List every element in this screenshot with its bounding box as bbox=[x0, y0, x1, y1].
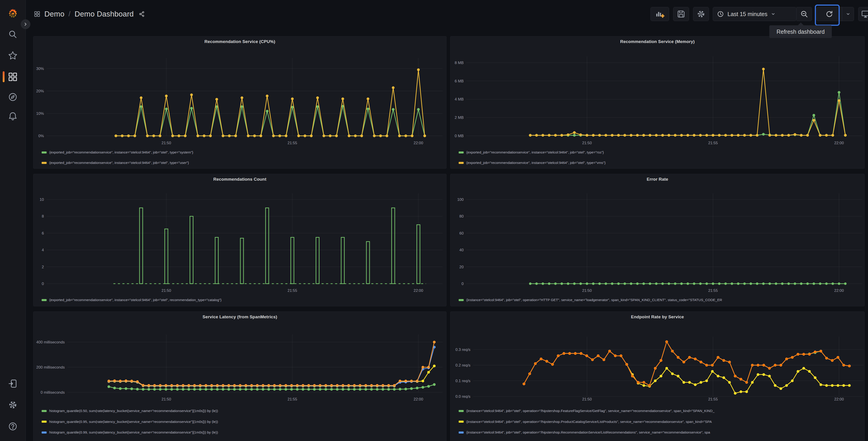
time-range-label: Last 15 minutes bbox=[727, 11, 768, 18]
legend-label: {exported_job="recommendationservice", i… bbox=[49, 150, 193, 154]
share-icon[interactable] bbox=[139, 11, 145, 17]
grafana-logo[interactable] bbox=[7, 8, 18, 19]
legend-label: {instance="otelcol:9464", job="otel", op… bbox=[466, 420, 712, 424]
legend-item[interactable]: {instance="otelcol:9464", job="otel", op… bbox=[459, 407, 861, 415]
sidebar-item-dashboards[interactable] bbox=[0, 66, 26, 87]
refresh-icon bbox=[825, 10, 834, 18]
active-indicator bbox=[3, 71, 4, 82]
legend-chip bbox=[459, 432, 464, 434]
legend-chip bbox=[42, 299, 46, 301]
legend-item[interactable]: {instance="otelcol:9464", job="otel", op… bbox=[459, 439, 861, 441]
svg-text:21:50: 21:50 bbox=[582, 141, 592, 145]
svg-text:0.3 req/s: 0.3 req/s bbox=[456, 348, 470, 352]
gear-icon bbox=[696, 9, 706, 19]
refresh-button-group bbox=[816, 7, 854, 21]
bell-icon bbox=[8, 111, 18, 121]
refresh-dashboard-button[interactable] bbox=[817, 7, 842, 21]
sidebar-item-sign-in[interactable] bbox=[0, 373, 26, 394]
svg-text:4: 4 bbox=[42, 248, 44, 252]
expand-sidebar-button[interactable] bbox=[21, 20, 30, 29]
legend-item[interactable]: {exported_job="recommendationservice", i… bbox=[42, 159, 443, 167]
legend-item[interactable]: {exported_job="recommendationservice", i… bbox=[42, 148, 443, 156]
legend-label: {exported_job="recommendationservice", i… bbox=[49, 298, 221, 302]
svg-text:8 MB: 8 MB bbox=[455, 61, 464, 65]
chart-error-rate[interactable]: 02040608010021:5021:5522:00 bbox=[451, 174, 865, 306]
save-dashboard-button[interactable] bbox=[673, 7, 689, 21]
legend-item[interactable]: {instance="otelcol:9464", job="otel", op… bbox=[459, 428, 861, 437]
legend-item[interactable]: histogram_quantile(0.95, sum(rate(latenc… bbox=[42, 418, 443, 426]
legend-chip bbox=[42, 421, 46, 423]
svg-text:6: 6 bbox=[42, 231, 44, 235]
sign-in-icon bbox=[8, 379, 18, 388]
svg-text:0 MB: 0 MB bbox=[455, 134, 464, 138]
legend-item[interactable]: histogram_quantile(0.50, sum(rate(latenc… bbox=[42, 407, 443, 415]
sidebar-item-explore[interactable] bbox=[0, 86, 26, 107]
svg-text:21:55: 21:55 bbox=[708, 397, 718, 401]
svg-text:21:50: 21:50 bbox=[161, 397, 171, 401]
refresh-tooltip: Refresh dashboard bbox=[769, 25, 832, 38]
panel-error-rate: Error Rate02040608010021:5021:5522:00{in… bbox=[450, 174, 865, 306]
svg-text:21:55: 21:55 bbox=[288, 397, 297, 401]
legend-item[interactable]: {exported_job="recommendationservice", i… bbox=[42, 296, 443, 304]
svg-text:0: 0 bbox=[42, 282, 44, 286]
svg-text:0: 0 bbox=[462, 282, 464, 286]
compass-icon bbox=[8, 92, 18, 102]
svg-text:22:00: 22:00 bbox=[414, 141, 423, 145]
top-navbar: Demo / Demo Dashboard Last 15 minutes bbox=[26, 0, 868, 28]
legend-item[interactable]: histogram_quantile(0.99, sum(rate(latenc… bbox=[42, 428, 443, 437]
legend-label: {exported_job="recommendationservice", i… bbox=[466, 150, 604, 154]
svg-text:200 milliseconds: 200 milliseconds bbox=[36, 365, 65, 370]
legend-label: histogram_quantile(0.50, sum(rate(latenc… bbox=[49, 409, 218, 413]
grafana-app: Demo / Demo Dashboard Last 15 minutes bbox=[0, 0, 868, 441]
chart-recommendations-count[interactable]: 024681021:5021:5522:00 bbox=[33, 174, 446, 306]
svg-text:21:50: 21:50 bbox=[582, 288, 592, 293]
panel-service-latency-from-spanmetrics: Service Latency (from SpanMetrics)0 mill… bbox=[33, 312, 446, 441]
panel-endpoint-rate-by-service: Endpoint Rate by Service0.0 req/s0.1 req… bbox=[450, 312, 865, 441]
refresh-interval-dropdown[interactable] bbox=[842, 7, 854, 21]
time-range-picker[interactable]: Last 15 minutes bbox=[713, 7, 797, 21]
dashboard-settings-button[interactable] bbox=[693, 7, 709, 21]
svg-text:10: 10 bbox=[40, 198, 44, 202]
panel-recommendations-count: Recommendations Count024681021:5021:5522… bbox=[33, 174, 446, 306]
sidebar-item-settings[interactable] bbox=[0, 394, 26, 415]
legend-label: {exported_job="recommendationservice", i… bbox=[49, 161, 189, 165]
svg-text:80: 80 bbox=[459, 214, 464, 218]
zoom-out-time-button[interactable] bbox=[797, 7, 812, 21]
legend-chip bbox=[459, 410, 464, 412]
legend-item[interactable]: {instance="otelcol:9464", job="otel", op… bbox=[459, 296, 861, 304]
svg-text:0.2 req/s: 0.2 req/s bbox=[456, 363, 470, 368]
legend-item[interactable]: {instance="otelcol:9464", job="otel", op… bbox=[459, 418, 861, 426]
legend-item[interactable]: histogram_quantile(0.999, sum(rate(laten… bbox=[42, 439, 443, 441]
breadcrumb-separator: / bbox=[68, 10, 71, 18]
add-panel-button[interactable] bbox=[651, 7, 669, 21]
svg-text:2 MB: 2 MB bbox=[455, 115, 464, 120]
svg-text:400 milliseconds: 400 milliseconds bbox=[36, 340, 65, 344]
svg-text:6 MB: 6 MB bbox=[455, 79, 464, 83]
dashboards-icon bbox=[8, 72, 18, 82]
legend-chip bbox=[459, 151, 464, 153]
svg-text:0 milliseconds: 0 milliseconds bbox=[40, 390, 65, 394]
svg-text:20%: 20% bbox=[36, 89, 44, 93]
sidebar-item-starred[interactable] bbox=[0, 45, 26, 66]
legend-label: {exported_job="recommendationservice", i… bbox=[466, 161, 606, 165]
legend-item[interactable]: {exported_job="recommendationservice", i… bbox=[459, 148, 861, 156]
sidebar bbox=[0, 0, 26, 441]
svg-text:2: 2 bbox=[42, 265, 44, 269]
legend-chip bbox=[42, 162, 46, 164]
svg-text:21:55: 21:55 bbox=[708, 141, 718, 145]
sidebar-item-help[interactable] bbox=[0, 416, 26, 437]
legend-label: {instance="otelcol:9464", job="otel", op… bbox=[466, 430, 710, 435]
svg-text:22:00: 22:00 bbox=[834, 141, 844, 145]
clock-icon bbox=[717, 10, 724, 18]
breadcrumb-page[interactable]: Demo Dashboard bbox=[74, 10, 133, 18]
svg-text:0.0 req/s: 0.0 req/s bbox=[456, 394, 470, 399]
legend-label: {instance="otelcol:9464", job="otel", op… bbox=[466, 298, 722, 302]
svg-text:22:00: 22:00 bbox=[414, 397, 423, 401]
breadcrumb: Demo / Demo Dashboard bbox=[34, 0, 145, 28]
kiosk-mode-button[interactable] bbox=[858, 7, 868, 21]
svg-text:21:55: 21:55 bbox=[708, 288, 718, 293]
breadcrumb-section[interactable]: Demo bbox=[44, 10, 64, 18]
sidebar-item-alerting[interactable] bbox=[0, 106, 26, 126]
legend-item[interactable]: {exported_job="recommendationservice", i… bbox=[459, 159, 861, 167]
add-panel-icon bbox=[655, 9, 664, 19]
